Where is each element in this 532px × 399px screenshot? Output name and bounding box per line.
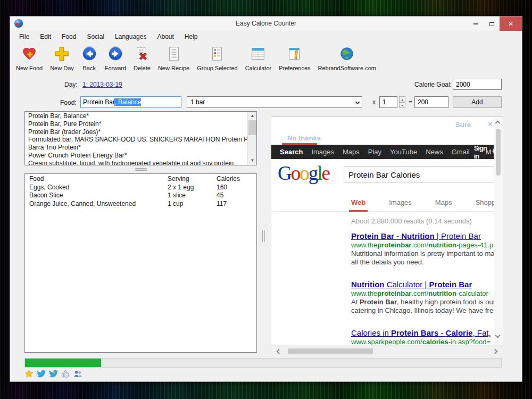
gnav-link-gmail[interactable]: Gmail (447, 148, 474, 156)
horizontal-splitter[interactable] (24, 166, 257, 173)
browser-vertical-scrollbar[interactable] (494, 117, 503, 345)
serving-select[interactable]: 1 bar (187, 96, 362, 108)
toolbar-button-preferences[interactable]: Preferences (276, 45, 313, 72)
toolbar-button-forward[interactable]: Forward (102, 45, 129, 72)
search-result: Calories in Protein Bars - Calorie, Fat,… (351, 328, 495, 345)
minimize-button[interactable] (468, 16, 484, 31)
gnav-link-maps[interactable]: Maps (338, 148, 364, 156)
table-row[interactable]: Eggs, Cooked2 x 1 egg160 (25, 184, 256, 192)
gnav-link-play[interactable]: Play (364, 148, 386, 156)
menu-item-social[interactable]: Social (82, 31, 109, 42)
result-title-link[interactable]: Calories in Protein Bars - Calorie, Fat, (351, 328, 495, 338)
list-scrollbar[interactable]: ▲ ▼ (247, 112, 256, 165)
menu-item-edit[interactable]: Edit (35, 31, 56, 42)
calories-input[interactable] (414, 96, 448, 108)
toolbar-button-new-food[interactable]: New Food (13, 45, 45, 72)
favorite-star-icon[interactable] (24, 369, 34, 380)
table-row[interactable]: Orange Juice, Canned, Unsweetened1 cup11… (25, 200, 256, 209)
result-url: www.theproteinbar.com/nutrition-pages-41… (351, 241, 495, 250)
scrollbar-thumb[interactable] (496, 129, 501, 176)
stepper-down-button[interactable]: ▼ (399, 102, 405, 108)
gnav-link-images[interactable]: Images (307, 148, 338, 156)
scroll-left-icon[interactable] (277, 349, 282, 354)
menu-item-help[interactable]: Help (180, 31, 203, 42)
calculator-icon (250, 46, 266, 64)
scroll-up-icon[interactable] (495, 121, 501, 126)
toolbar-label: New Food (16, 65, 43, 71)
search-results: Protein Bar - Nutrition | Protein Barwww… (351, 231, 495, 345)
vertical-splitter[interactable] (258, 111, 270, 353)
day-row: Day: 1: 2013-03-19 Calorie Goal: (10, 79, 522, 91)
splitter-grip-icon (262, 230, 265, 242)
scroll-down-icon[interactable] (495, 333, 501, 338)
tab-images[interactable]: Images (389, 195, 412, 212)
toolbar-label: New Recipe (158, 65, 189, 71)
toolbar-button-back[interactable]: Back (79, 45, 100, 72)
sign-in-button[interactable]: Sign in (474, 144, 487, 160)
toolbar-button-rebrandsoftware-com[interactable]: RebrandSoftware.com (315, 45, 379, 72)
like-icon[interactable] (61, 369, 70, 380)
gnav-link-youtube[interactable]: YouTube (386, 148, 421, 156)
notification-nothanks-button[interactable]: No thanks (287, 134, 321, 142)
stepper-up-button[interactable]: ▲ (399, 96, 405, 102)
list-item[interactable]: Protein Bar, Pure Protein* (25, 120, 247, 128)
tab-maps[interactable]: Maps (435, 195, 452, 212)
food-input-text: Protein Bar (83, 98, 114, 106)
day-label: Day: (64, 81, 78, 88)
table-header-cell: Calories (217, 175, 256, 184)
maximize-button[interactable] (484, 16, 500, 31)
cell-serving: 1 cup (168, 200, 217, 209)
friends-icon[interactable] (73, 369, 82, 380)
twitter-icon[interactable] (37, 369, 46, 380)
scrollbar-thumb[interactable] (248, 120, 256, 135)
menu-item-file[interactable]: File (14, 31, 34, 42)
list-item[interactable]: Cream substitute, liquid, with hydrogena… (25, 160, 247, 165)
toolbar-button-new-day[interactable]: New Day (47, 45, 77, 72)
google-search-input[interactable] (344, 166, 494, 183)
result-url: www.theproteinbar.com/nutrition-calculat… (351, 289, 495, 298)
list-item[interactable]: Formulated bar, MARS SNACKFOOD US, SNICK… (25, 136, 247, 144)
gnav-link-news[interactable]: News (421, 148, 447, 156)
twitter-follow-icon[interactable] (49, 369, 58, 380)
cell-food: Orange Juice, Canned, Unsweetened (29, 200, 168, 209)
close-button[interactable]: ✕ (500, 16, 522, 31)
back-icon (81, 46, 97, 64)
day-link[interactable]: 1: 2013-03-19 (82, 81, 122, 88)
quantity-input[interactable] (379, 96, 397, 108)
toolbar-label: Group Selected (197, 65, 237, 71)
toolbar-button-delete[interactable]: Delete (131, 45, 153, 72)
globe-icon (339, 46, 355, 64)
toolbar-label: Calculator (245, 65, 272, 71)
browser-horizontal-scrollbar[interactable] (271, 347, 503, 356)
food-search-input[interactable]: Protein Bar, Balance (80, 96, 181, 108)
table-header-cell: Serving (168, 175, 217, 184)
list-item[interactable]: Protein Bar, Balance* (25, 112, 247, 120)
toolbar-label: RebrandSoftware.com (318, 65, 376, 71)
table-row[interactable]: Bacon Slice1 slice45 (25, 192, 256, 200)
calorie-goal-input[interactable] (453, 79, 502, 90)
scroll-up-icon[interactable]: ▲ (248, 112, 257, 120)
new-day-icon (54, 46, 70, 64)
result-title-link[interactable]: Nutrition Calculator | Protein Bar (351, 279, 495, 289)
gnav-link-search[interactable]: Search (276, 148, 307, 156)
tab-web[interactable]: Web (351, 195, 365, 212)
more-menu-label[interactable]: M (486, 148, 492, 156)
result-title-link[interactable]: Protein Bar - Nutrition | Protein Bar (351, 231, 495, 241)
scrollbar-thumb[interactable] (288, 348, 373, 354)
menu-item-food[interactable]: Food (57, 31, 81, 42)
scroll-right-icon[interactable] (493, 349, 498, 354)
list-item[interactable]: Protein Bar (trader Joes)* (25, 128, 247, 136)
toolbar-button-calculator[interactable]: Calculator (243, 45, 275, 72)
menu-item-about[interactable]: About (152, 31, 178, 42)
add-button[interactable]: Add (453, 96, 502, 108)
title-bar: Easy Calorie Counter ✕ (10, 16, 522, 31)
daily-log-table: FoodServingCalories Eggs, Cooked2 x 1 eg… (24, 173, 257, 353)
notification-sure-button[interactable]: Sure (455, 121, 471, 129)
notification-close-icon[interactable]: ✕ (487, 120, 493, 128)
toolbar-button-new-recipe[interactable]: New Recipe (155, 45, 192, 72)
list-item[interactable]: Power Crunch Protein Energy Bar* (25, 152, 247, 160)
scroll-down-icon[interactable]: ▼ (248, 156, 257, 165)
list-item[interactable]: Barra Trio Protein* (25, 144, 247, 152)
menu-item-languages[interactable]: Languages (110, 31, 151, 42)
toolbar-button-group-selected[interactable]: Group Selected (194, 45, 240, 72)
